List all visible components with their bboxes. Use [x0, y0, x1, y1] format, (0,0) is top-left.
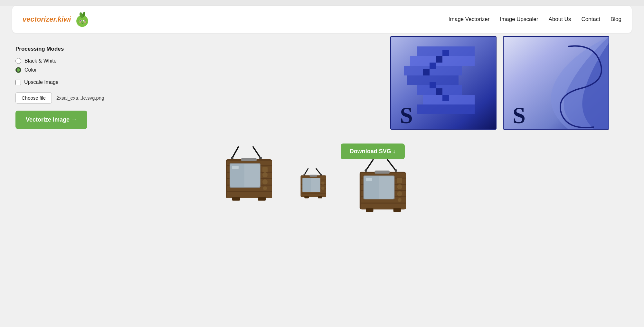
- svg-rect-18: [417, 104, 475, 114]
- svg-line-31: [253, 146, 260, 158]
- upscale-label: Upscale Image: [24, 79, 59, 85]
- svg-point-8: [84, 20, 85, 21]
- svg-rect-88: [366, 208, 373, 212]
- preview-original: S: [390, 36, 497, 130]
- nav-image-upscaler[interactable]: Image Upscaler: [500, 16, 538, 23]
- nav-about-us[interactable]: About Us: [548, 16, 571, 23]
- nav-image-vectorizer[interactable]: Image Vectorizer: [449, 16, 490, 23]
- svg-line-68: [366, 159, 373, 171]
- right-panel: S: [135, 39, 632, 135]
- svg-text:S: S: [513, 103, 526, 128]
- upscale-option[interactable]: Upscale Image: [15, 79, 59, 85]
- choose-file-button[interactable]: Choose file: [15, 92, 52, 104]
- svg-line-70: [387, 159, 396, 171]
- svg-rect-19: [442, 50, 449, 56]
- svg-line-51: [304, 168, 308, 175]
- page-wrapper: vectorizer.kiwi: [0, 6, 644, 327]
- logo-text: vectorizer.kiwi: [23, 15, 71, 24]
- svg-rect-21: [430, 63, 436, 69]
- content-area: vectorizer.kiwi: [6, 6, 638, 237]
- svg-rect-89: [393, 208, 401, 212]
- left-panel: Processing Modes Black & White Color Ups…: [12, 39, 135, 135]
- svg-rect-20: [436, 56, 442, 63]
- svg-point-46: [262, 179, 268, 184]
- mode-color-radio[interactable]: [15, 67, 21, 73]
- svg-rect-66: [304, 196, 309, 198]
- svg-rect-67: [318, 196, 322, 198]
- tv-large-right: [356, 158, 423, 223]
- file-input-row: Choose file 2xsai_exa...le.svg.png: [15, 92, 131, 104]
- nav: Image Vectorizer Image Upscaler About Us…: [449, 16, 621, 23]
- svg-point-84: [397, 184, 402, 190]
- svg-rect-23: [430, 82, 436, 88]
- svg-rect-24: [436, 88, 442, 95]
- right-tv-container: [356, 158, 423, 224]
- svg-text:S: S: [400, 103, 413, 128]
- preview-section: S: [138, 36, 629, 130]
- svg-rect-87: [374, 171, 390, 174]
- mode-bw-option[interactable]: Black & White: [15, 58, 131, 64]
- svg-rect-83: [397, 178, 402, 183]
- bottom-area: Download SVG ↓: [12, 135, 632, 237]
- logo-area: vectorizer.kiwi: [23, 11, 90, 28]
- tv-small-middle: [298, 168, 336, 205]
- svg-point-7: [81, 20, 81, 21]
- svg-point-63: [321, 182, 325, 185]
- mode-bw-label: Black & White: [24, 58, 57, 64]
- upscale-checkbox-group: Upscale Image: [15, 79, 131, 85]
- nav-contact[interactable]: Contact: [581, 16, 600, 23]
- svg-point-64: [321, 186, 325, 190]
- nav-blog[interactable]: Blog: [611, 16, 621, 23]
- vectorize-button[interactable]: Vectorize Image →: [15, 111, 87, 129]
- svg-rect-43: [232, 166, 239, 169]
- svg-rect-49: [232, 197, 240, 201]
- file-name-display: 2xsai_exa...le.svg.png: [56, 95, 104, 101]
- svg-point-45: [262, 172, 268, 177]
- svg-point-47: [263, 186, 267, 190]
- svg-rect-65: [309, 175, 317, 177]
- svg-line-29: [232, 146, 239, 158]
- svg-rect-62: [302, 178, 311, 192]
- bottom-section: Download SVG ↓: [12, 139, 632, 230]
- left-tv-group: [221, 145, 336, 213]
- download-svg-button[interactable]: Download SVG ↓: [341, 144, 405, 159]
- svg-rect-25: [442, 95, 449, 101]
- header: vectorizer.kiwi: [12, 6, 632, 33]
- svg-point-69: [365, 169, 367, 172]
- svg-rect-82: [366, 178, 372, 181]
- svg-point-6: [84, 20, 85, 22]
- upscale-checkbox[interactable]: [15, 80, 21, 85]
- svg-point-71: [395, 169, 397, 172]
- original-preview-svg: S: [391, 37, 496, 129]
- svg-rect-44: [262, 167, 268, 172]
- radio-group: Black & White Color: [15, 58, 131, 73]
- svg-point-86: [398, 198, 402, 202]
- vectorized-preview-svg: S: [504, 37, 609, 129]
- mode-bw-radio[interactable]: [15, 58, 21, 64]
- svg-line-53: [316, 168, 321, 175]
- svg-point-85: [397, 191, 402, 196]
- preview-vectorized: S: [503, 36, 609, 130]
- mode-color-option[interactable]: Color: [15, 67, 131, 73]
- mode-color-label: Color: [24, 67, 37, 73]
- svg-rect-22: [423, 69, 430, 75]
- svg-point-30: [231, 157, 233, 159]
- svg-rect-50: [258, 197, 266, 201]
- svg-point-32: [259, 157, 262, 159]
- processing-modes-title: Processing Modes: [15, 46, 131, 52]
- kiwi-logo-icon: [73, 11, 90, 28]
- svg-rect-48: [241, 158, 257, 161]
- main-content: Processing Modes Black & White Color Ups…: [12, 33, 632, 135]
- tv-large-left: [221, 145, 291, 213]
